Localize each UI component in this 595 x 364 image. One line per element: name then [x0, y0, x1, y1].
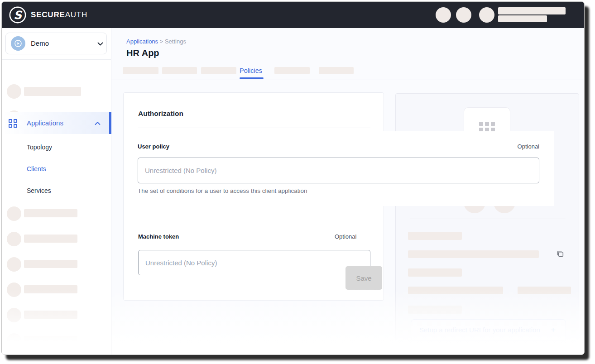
machine-token-input[interactable]: [138, 250, 370, 275]
sidebar-item-icon-placeholder: [7, 308, 21, 322]
sidebar-subitem-clients[interactable]: Clients: [2, 162, 111, 176]
play-circle-icon: [14, 39, 22, 48]
org-selector[interactable]: Demo: [5, 33, 107, 54]
save-button[interactable]: Save: [345, 266, 382, 290]
sidebar: Demo Applications Topology Clients Servi…: [2, 28, 111, 354]
sidebar-item-placeholder-1[interactable]: [24, 87, 81, 96]
org-name: Demo: [31, 39, 49, 47]
sidebar-item-icon-placeholder: [7, 206, 21, 221]
navbar-action-button-2[interactable]: [456, 7, 471, 23]
panel-field-label-placeholder: [408, 268, 462, 277]
setup-redirect-uri-button[interactable]: Setup a redirect URI for your applicatio…: [411, 319, 566, 341]
copy-button[interactable]: [555, 249, 565, 259]
sidebar-item-applications[interactable]: Applications: [2, 112, 111, 134]
panel-field-label-placeholder: [408, 306, 462, 314]
card-heading: Authorization: [138, 110, 183, 118]
sidebar-item-label: Applications: [27, 119, 63, 127]
sidebar-item-placeholder-4[interactable]: [24, 235, 77, 243]
tab-policies[interactable]: Policies: [240, 67, 262, 74]
sidebar-item-placeholder-5[interactable]: [24, 260, 77, 268]
tab-placeholder-4[interactable]: [274, 67, 310, 74]
sidebar-item-placeholder-3[interactable]: [24, 209, 77, 217]
sidebar-item-icon-placeholder: [7, 283, 21, 297]
panel-field-value-placeholder: [408, 250, 539, 258]
grid-icon: [9, 119, 17, 128]
sidebar-item-placeholder-6[interactable]: [24, 285, 77, 293]
tab-placeholder-1[interactable]: [123, 67, 158, 74]
panel-divider: [410, 219, 566, 219]
breadcrumb-link-applications[interactable]: Applications: [126, 38, 158, 45]
page-title: HR App: [126, 48, 159, 58]
sidebar-item-icon-placeholder: [7, 333, 21, 348]
user-name-placeholder: [498, 7, 566, 14]
breadcrumb-current: Settings: [165, 38, 186, 45]
sidebar-item-icon-placeholder: [7, 257, 21, 272]
brand-wordmark: SECUREAUTH: [31, 10, 87, 19]
app-window: S SECUREAUTH Demo: [1, 1, 585, 355]
tab-placeholder-3[interactable]: [201, 67, 236, 74]
sidebar-item-icon-placeholder: [7, 84, 21, 99]
sidebar-subitem-topology[interactable]: Topology: [2, 140, 111, 154]
tab-placeholder-5[interactable]: [319, 67, 354, 74]
card-divider: [138, 128, 370, 128]
main-content: Applications > Settings HR App Policies …: [111, 28, 584, 354]
breadcrumb: Applications > Settings: [126, 38, 186, 45]
breadcrumb-separator: >: [160, 38, 163, 45]
panel-field-label-placeholder: [408, 232, 462, 240]
chevron-up-icon: [95, 121, 101, 125]
chevron-down-icon: [97, 42, 103, 46]
user-policy-helper-text: The set of conditions for a user to acce…: [138, 187, 307, 194]
brand-logo: S SECUREAUTH: [9, 6, 87, 24]
svg-text:S: S: [14, 9, 23, 22]
machine-token-label: Machine token: [138, 233, 179, 240]
plus-icon: +: [551, 325, 556, 335]
sidebar-item-placeholder-7[interactable]: [24, 311, 77, 319]
panel-field-value-placeholder: [518, 287, 571, 294]
user-policy-input[interactable]: [138, 158, 539, 183]
redirect-cta-label: Setup a redirect URI for your applicatio…: [419, 326, 540, 334]
tab-active-underline: [240, 77, 264, 79]
copy-icon: [556, 249, 565, 258]
machine-token-optional-badge: Optional: [335, 233, 356, 240]
app-grid-icon: [479, 122, 495, 132]
user-policy-label: User policy: [138, 143, 169, 150]
navbar-action-button-1[interactable]: [436, 7, 451, 23]
secureauth-logo-icon: S: [9, 6, 27, 24]
tab-placeholder-2[interactable]: [162, 67, 197, 74]
user-avatar[interactable]: [479, 7, 494, 23]
sidebar-subitem-services[interactable]: Services: [2, 184, 111, 197]
sidebar-item-placeholder-8[interactable]: [24, 336, 77, 344]
org-avatar: [11, 36, 25, 51]
user-policy-spotlight: User policy Optional The set of conditio…: [131, 131, 554, 206]
top-navbar: S SECUREAUTH: [2, 2, 584, 28]
tabs-bottom-border: [111, 80, 584, 80]
sidebar-divider: [2, 59, 111, 60]
user-policy-optional-badge: Optional: [518, 143, 539, 150]
panel-field-value-placeholder: [408, 287, 503, 294]
sidebar-item-icon-placeholder: [7, 232, 21, 246]
user-role-placeholder: [498, 15, 547, 22]
